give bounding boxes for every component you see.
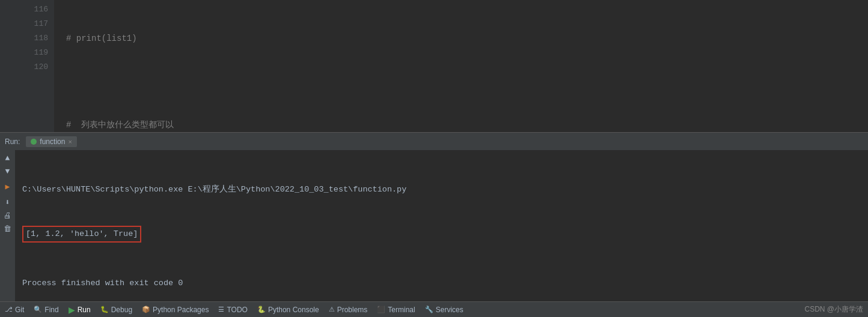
- terminal-process-line: Process finished with exit code 0: [22, 276, 861, 291]
- run-label: Run:: [5, 137, 20, 146]
- run-nav-label: Run: [78, 306, 91, 314]
- terminal-output-line: [1, 1.2, 'hello', True]: [22, 226, 861, 243]
- status-run[interactable]: ▶ Run: [69, 305, 91, 315]
- terminal-cmd-line: C:\Users\HUNTE\Scripts\python.exe E:\程序人…: [22, 183, 861, 197]
- scroll-up-button[interactable]: ▲: [2, 152, 13, 163]
- status-problems[interactable]: ⚠ Problems: [329, 306, 368, 314]
- tab-label: function: [40, 137, 65, 146]
- git-label: Git: [15, 306, 24, 314]
- code-line-116: # print(list1): [66, 31, 868, 46]
- problems-icon: ⚠: [329, 306, 335, 313]
- print-button[interactable]: 🖨: [2, 210, 13, 221]
- find-label: Find: [44, 306, 58, 314]
- tab-green-dot: [31, 139, 37, 145]
- status-debug[interactable]: 🐛 Debug: [100, 306, 132, 314]
- scroll-down-button[interactable]: ▼: [2, 166, 13, 177]
- code-line-118: # 列表中放什么类型都可以: [66, 118, 868, 132]
- debug-label: Debug: [111, 306, 132, 314]
- terminal-output[interactable]: C:\Users\HUNTE\Scripts\python.exe E:\程序人…: [15, 150, 868, 301]
- todo-icon: ☰: [218, 306, 224, 313]
- line-num-119: 119: [21, 46, 48, 60]
- run-tab[interactable]: function ×: [26, 136, 76, 147]
- todo-label: TODO: [227, 306, 247, 314]
- status-terminal[interactable]: ⬛ Terminal: [377, 306, 415, 314]
- line-num-118: 118: [21, 31, 48, 46]
- download-button[interactable]: ⬇: [2, 197, 13, 208]
- status-find[interactable]: 🔍 Find: [34, 306, 58, 314]
- python-packages-icon: 📦: [142, 306, 150, 313]
- services-icon: 🔧: [425, 306, 433, 313]
- status-python-packages[interactable]: 📦 Python Packages: [142, 306, 209, 314]
- stop-button[interactable]: ▶: [2, 181, 13, 192]
- line-num-116: 116: [21, 2, 48, 17]
- side-toolbar: ▲ ▼ ▶ ⬇ 🖨 🗑: [0, 150, 15, 301]
- python-console-icon: 🐍: [257, 306, 266, 313]
- status-bar: ⎇ Git 🔍 Find ▶ Run 🐛 Debug 📦 Python Pack…: [0, 301, 868, 317]
- python-console-label: Python Console: [268, 306, 319, 314]
- code-editor: 116 117 118 119 120 # print(list1) # 列表中…: [0, 0, 868, 132]
- run-icon: ▶: [69, 305, 75, 315]
- output-highlighted-box: [1, 1.2, 'hello', True]: [22, 226, 141, 243]
- git-icon: ⎇: [5, 306, 13, 313]
- tab-close-icon[interactable]: ×: [68, 138, 72, 145]
- run-panel-header: Run: function ×: [0, 132, 868, 150]
- python-packages-label: Python Packages: [153, 306, 209, 314]
- status-services[interactable]: 🔧 Services: [425, 306, 463, 314]
- code-lines[interactable]: # print(list1) # 列表中放什么类型都可以 list1 = [1,…: [54, 0, 868, 132]
- status-python-console[interactable]: 🐍 Python Console: [257, 306, 319, 314]
- status-todo[interactable]: ☰ TODO: [218, 306, 247, 314]
- line-num-120: 120: [21, 60, 48, 74]
- editor-left-gutter: [0, 0, 21, 132]
- services-label: Services: [436, 306, 463, 314]
- csdn-credit: CSDN @小唐学渣: [804, 304, 863, 315]
- line-numbers: 116 117 118 119 120: [21, 0, 54, 132]
- debug-icon: 🐛: [100, 306, 109, 313]
- terminal-label: Terminal: [388, 306, 415, 314]
- delete-button[interactable]: 🗑: [2, 223, 13, 234]
- terminal-icon: ⬛: [377, 306, 385, 313]
- terminal-area: ▲ ▼ ▶ ⬇ 🖨 🗑 C:\Users\HUNTE\Scripts\pytho…: [0, 150, 868, 301]
- code-line-117: [66, 74, 868, 89]
- line-num-117: 117: [21, 17, 48, 31]
- status-git[interactable]: ⎇ Git: [5, 306, 24, 314]
- find-icon: 🔍: [34, 306, 42, 313]
- problems-label: Problems: [337, 306, 368, 314]
